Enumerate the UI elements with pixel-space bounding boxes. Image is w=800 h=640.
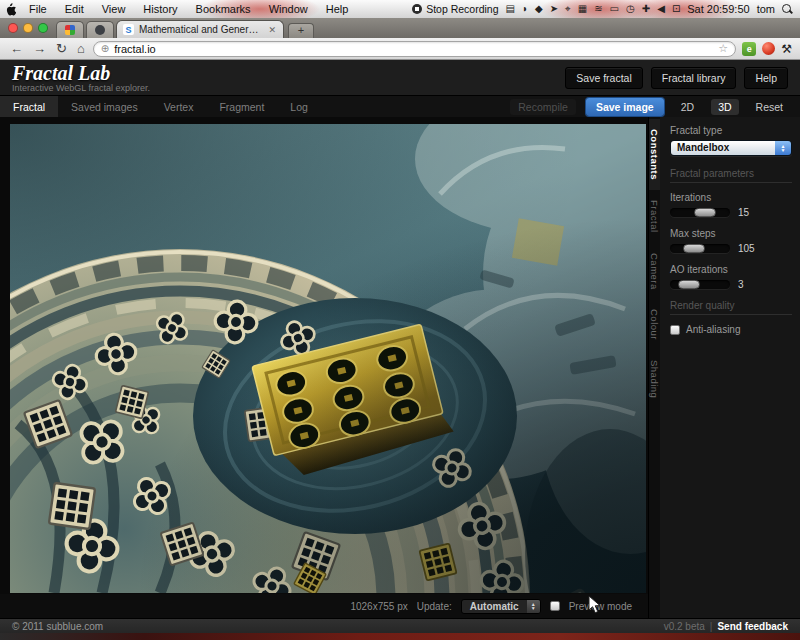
minimize-window-button[interactable] [23,23,33,33]
iterations-control: Iterations 15 [670,192,792,218]
slider-thumb[interactable] [683,244,705,253]
tab-saved-images[interactable]: Saved images [58,96,151,117]
fractal-library-button[interactable]: Fractal library [651,67,737,89]
help-button[interactable]: Help [744,67,788,89]
version-text: v0.2 beta [664,621,705,632]
reset-button[interactable]: Reset [749,99,790,115]
render-quality-heading: Render quality [670,300,792,315]
menu-window[interactable]: Window [260,1,317,17]
desktop-wallpaper-strip [0,633,800,640]
stop-recording-button[interactable]: Stop Recording [412,3,498,15]
twitter-icon[interactable]: ➤ [550,4,558,14]
zoom-window-button[interactable] [38,23,48,33]
vtab-constants[interactable]: Constants [649,119,660,190]
ao-iterations-control: AO iterations 3 [670,264,792,290]
vtab-shading[interactable]: Shading [649,350,660,408]
recompile-button[interactable]: Recompile [510,99,576,115]
chrome-wrench-icon[interactable]: ⚒ [781,42,792,56]
grid-icon[interactable]: ▦ [578,4,587,14]
iterations-slider[interactable] [670,208,730,217]
preview-mode-checkbox[interactable] [550,601,560,611]
slider-thumb[interactable] [678,280,700,289]
menu-bookmarks[interactable]: Bookmarks [187,1,260,17]
app-header: Fractal Lab Interactive WebGL fractal ex… [0,60,800,95]
volume-icon[interactable]: ◀ [657,4,665,14]
evernote-extension-icon[interactable]: e [742,42,756,56]
ink-drop-icon[interactable]: ◗ [522,4,528,14]
ao-iterations-slider[interactable] [670,280,730,289]
main-area: 1026x755 px Update: Automatic ▲▼ Preview… [0,117,800,618]
slider-thumb[interactable] [694,208,716,217]
new-tab-button[interactable]: + [288,23,314,38]
forward-button[interactable]: → [31,42,48,55]
pinned-tab-2[interactable] [86,21,114,38]
menu-help[interactable]: Help [317,1,358,17]
ao-iterations-value: 3 [738,279,744,290]
mode-2d-button[interactable]: 2D [674,99,701,115]
update-mode-value: Automatic [462,601,527,612]
parameters-heading: Fractal parameters [670,168,792,183]
spotlight-icon[interactable] [782,4,792,14]
wifi-icon[interactable]: ≋ [594,4,602,14]
close-window-button[interactable] [8,23,18,33]
move-icon[interactable]: ✚ [642,4,650,14]
canvas-status-bar: 1026x755 px Update: Automatic ▲▼ Preview… [0,594,648,618]
send-feedback-link[interactable]: Send feedback [717,621,788,632]
update-label: Update: [417,601,452,612]
tab-favicon: S [123,24,134,35]
back-button[interactable]: ← [8,42,25,55]
pinned-tab-favicon [95,25,105,35]
max-steps-value: 105 [738,243,755,254]
tab-fragment[interactable]: Fragment [206,96,277,117]
fractal-render-canvas[interactable] [10,124,646,593]
max-steps-slider[interactable] [670,244,730,253]
save-fractal-button[interactable]: Save fractal [565,67,642,89]
apple-menu-icon[interactable] [0,3,20,16]
vtab-colour[interactable]: Colour [649,299,660,350]
active-tab[interactable]: S Mathematical and Generative ✕ [116,20,284,38]
menubar-user[interactable]: tom [757,3,775,15]
clock-icon[interactable]: ◷ [626,4,635,14]
url-text[interactable]: fractal.io [114,43,713,55]
home-button[interactable]: ⌂ [75,42,87,55]
antialiasing-checkbox[interactable] [670,325,680,335]
footer-separator: | [710,621,713,632]
dropbox-icon[interactable]: ▤ [506,4,515,14]
update-mode-select[interactable]: Automatic ▲▼ [461,599,541,614]
iterations-value: 15 [738,207,749,218]
vtab-fractal[interactable]: Fractal [649,190,660,243]
mandelbox-render [10,124,646,593]
vtab-camera[interactable]: Camera [649,243,660,300]
menu-history[interactable]: History [134,1,186,17]
mode-3d-button[interactable]: 3D [711,99,738,115]
menu-edit[interactable]: Edit [56,1,93,17]
reload-button[interactable]: ↻ [54,42,69,55]
menu-file[interactable]: File [20,1,56,17]
fractal-type-label: Fractal type [670,125,792,136]
tab-close-icon[interactable]: ✕ [267,25,277,35]
pinned-tab-1[interactable] [56,21,84,38]
keyboard-icon[interactable]: ▭ [610,4,619,14]
settings-sidebar: Constants Fractal Camera Colour Shading … [648,117,800,618]
address-bar[interactable]: ⊕ fractal.io ☆ [93,41,736,57]
select-stepper-icon: ▲▼ [775,141,791,155]
bookmark-star-icon[interactable]: ☆ [718,42,728,55]
menu-view[interactable]: View [93,1,135,17]
fractal-type-select[interactable]: Mandelbox ▲▼ [670,140,792,156]
mouse-cursor [588,595,601,614]
menubar-clock[interactable]: Sat 20:59:50 [687,3,749,15]
tab-title: Mathematical and Generative [139,24,262,35]
red-extension-icon[interactable] [762,42,775,55]
max-steps-label: Max steps [670,228,792,239]
tab-log[interactable]: Log [277,96,321,117]
pointer-icon[interactable]: ⌖ [565,4,571,14]
constants-panel: Fractal type Mandelbox ▲▼ Fractal parame… [660,117,800,618]
copyright-text[interactable]: © 2011 subblue.com [12,621,103,632]
iterations-label: Iterations [670,192,792,203]
shield-icon[interactable]: ◆ [535,4,543,14]
save-image-button[interactable]: Save image [586,98,664,116]
tab-fractal[interactable]: Fractal [0,96,58,117]
tab-vertex[interactable]: Vertex [151,96,207,117]
display-icon[interactable]: ⊡ [672,4,680,14]
render-size: 1026x755 px [350,601,407,612]
